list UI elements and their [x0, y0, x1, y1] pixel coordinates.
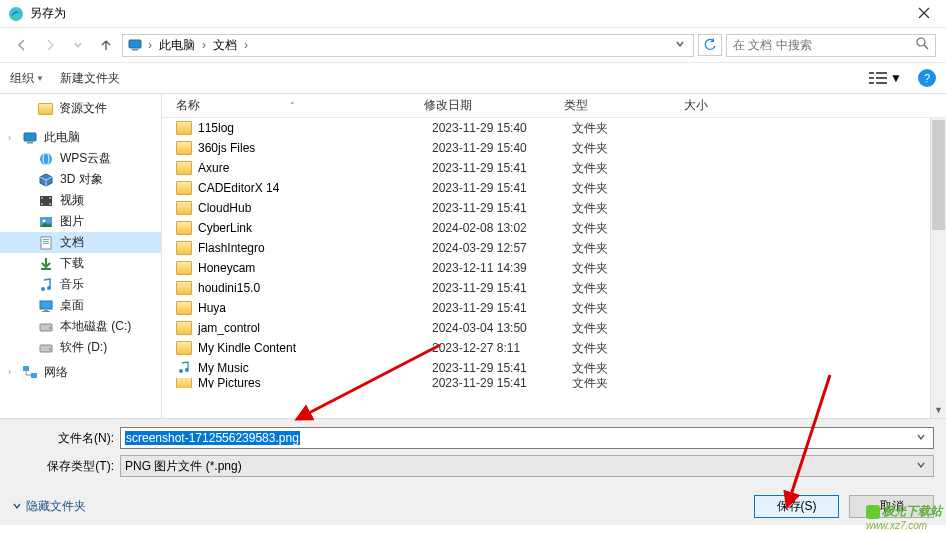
file-row[interactable]: My Pictures2023-11-29 15:41文件夹	[162, 378, 946, 388]
search-box[interactable]	[726, 34, 936, 57]
svg-rect-22	[43, 239, 49, 240]
vertical-scrollbar[interactable]: ▲ ▼	[930, 118, 946, 418]
refresh-button[interactable]	[698, 34, 722, 56]
file-name: My Kindle Content	[198, 341, 432, 355]
file-row[interactable]: FlashIntegro2024-03-29 12:57文件夹	[162, 238, 946, 258]
column-name[interactable]: 名称˄	[170, 97, 424, 114]
help-button[interactable]: ?	[918, 69, 936, 87]
column-headers[interactable]: 名称˄ 修改日期 类型 大小	[162, 94, 946, 118]
view-icon	[869, 71, 887, 85]
nav-item-label: 图片	[60, 213, 84, 230]
search-icon[interactable]	[916, 37, 929, 53]
nav-pane[interactable]: 资源文件›此电脑WPS云盘3D 对象视频图片文档下载音乐桌面本地磁盘 (C:)软…	[0, 94, 162, 418]
file-type: 文件夹	[572, 180, 692, 197]
file-row[interactable]: Honeycam2023-12-11 14:39文件夹	[162, 258, 946, 278]
path-dropdown-icon[interactable]	[671, 38, 689, 52]
toolbar: 组织 ▼ 新建文件夹 ▼ ?	[0, 62, 946, 94]
column-name-label: 名称	[176, 98, 200, 112]
svg-point-37	[179, 369, 183, 373]
nav-item-label: 3D 对象	[60, 171, 103, 188]
file-type: 文件夹	[572, 320, 692, 337]
new-folder-button[interactable]: 新建文件夹	[60, 70, 120, 87]
file-row[interactable]: My Kindle Content2023-12-27 8:11文件夹	[162, 338, 946, 358]
nav-item-folder[interactable]: 资源文件	[0, 98, 161, 119]
file-name: My Music	[198, 361, 432, 375]
breadcrumb-current[interactable]: 文档	[211, 37, 239, 54]
hide-folders-link[interactable]: 隐藏文件夹	[12, 498, 86, 515]
svg-rect-8	[869, 82, 874, 84]
file-date: 2023-11-29 15:41	[432, 378, 572, 388]
this-pc-icon	[127, 37, 143, 53]
scroll-down-icon[interactable]: ▼	[931, 402, 946, 418]
svg-rect-28	[40, 301, 52, 309]
svg-rect-2	[132, 49, 138, 51]
filetype-dropdown-icon[interactable]	[913, 459, 929, 473]
file-row[interactable]: houdini15.02023-11-29 15:41文件夹	[162, 278, 946, 298]
nav-item-download[interactable]: 下载	[0, 253, 161, 274]
file-name: jam_control	[198, 321, 432, 335]
nav-item-wps[interactable]: WPS云盘	[0, 148, 161, 169]
file-type: 文件夹	[572, 378, 692, 388]
path-box[interactable]: › 此电脑 › 文档 ›	[122, 34, 694, 57]
search-input[interactable]	[733, 38, 916, 52]
nav-item-label: 网络	[44, 366, 68, 378]
column-type[interactable]: 类型	[564, 97, 684, 114]
nav-forward-button[interactable]	[38, 33, 62, 57]
svg-rect-23	[43, 241, 49, 242]
edge-icon	[8, 6, 24, 22]
svg-point-26	[41, 287, 45, 291]
nav-item-doc[interactable]: 文档	[0, 232, 161, 253]
chevron-down-icon	[12, 501, 22, 511]
view-options-button[interactable]: ▼	[869, 71, 902, 85]
organize-menu[interactable]: 组织 ▼	[10, 70, 44, 87]
file-row[interactable]: jam_control2024-03-04 13:50文件夹	[162, 318, 946, 338]
file-type: 文件夹	[572, 240, 692, 257]
watermark-url: www.xz7.com	[866, 520, 942, 531]
file-type: 文件夹	[572, 260, 692, 277]
nav-item-label: 桌面	[60, 297, 84, 314]
close-button[interactable]	[902, 6, 946, 22]
nav-up-button[interactable]	[94, 33, 118, 57]
nav-item-desktop[interactable]: 桌面	[0, 295, 161, 316]
svg-point-34	[49, 348, 51, 350]
file-row[interactable]: 360js Files2023-11-29 15:40文件夹	[162, 138, 946, 158]
file-name: CADEditorX 14	[198, 181, 432, 195]
file-row[interactable]: CyberLink2024-02-08 13:02文件夹	[162, 218, 946, 238]
file-type: 文件夹	[572, 360, 692, 377]
breadcrumb-root[interactable]: 此电脑	[157, 37, 197, 54]
nav-recent-dropdown[interactable]	[66, 33, 90, 57]
filetype-field[interactable]: PNG 图片文件 (*.png)	[120, 455, 934, 477]
nav-back-button[interactable]	[10, 33, 34, 57]
nav-item-label: 软件 (D:)	[60, 339, 107, 356]
save-button[interactable]: 保存(S)	[754, 495, 839, 518]
file-row[interactable]: Huya2023-11-29 15:41文件夹	[162, 298, 946, 318]
filename-value[interactable]: screenshot-1712556239583.png	[125, 431, 300, 445]
folder-icon	[176, 221, 192, 235]
column-date[interactable]: 修改日期	[424, 97, 564, 114]
nav-item-net[interactable]: ›网络	[0, 366, 161, 378]
nav-item-label: 音乐	[60, 276, 84, 293]
chevron-down-icon: ▼	[890, 71, 902, 85]
file-date: 2023-11-29 15:41	[432, 301, 572, 315]
nav-item-obj3d[interactable]: 3D 对象	[0, 169, 161, 190]
file-list[interactable]: 115log2023-11-29 15:40文件夹360js Files2023…	[162, 118, 946, 418]
file-name: 360js Files	[198, 141, 432, 155]
column-size[interactable]: 大小	[684, 97, 764, 114]
nav-item-pic[interactable]: 图片	[0, 211, 161, 232]
svg-point-32	[49, 327, 51, 329]
file-row[interactable]: Axure2023-11-29 15:41文件夹	[162, 158, 946, 178]
nav-item-video[interactable]: 视频	[0, 190, 161, 211]
nav-item-disk[interactable]: 软件 (D:)	[0, 337, 161, 358]
filename-dropdown-icon[interactable]	[913, 431, 929, 445]
file-row[interactable]: My Music2023-11-29 15:41文件夹	[162, 358, 946, 378]
nav-item-music[interactable]: 音乐	[0, 274, 161, 295]
filename-field[interactable]: screenshot-1712556239583.png	[120, 427, 934, 449]
svg-rect-17	[49, 197, 51, 199]
file-row[interactable]: CloudHub2023-11-29 15:41文件夹	[162, 198, 946, 218]
file-row[interactable]: 115log2023-11-29 15:40文件夹	[162, 118, 946, 138]
nav-item-pc[interactable]: ›此电脑	[0, 127, 161, 148]
file-row[interactable]: CADEditorX 142023-11-29 15:41文件夹	[162, 178, 946, 198]
path-sep-icon: ›	[199, 38, 209, 52]
scrollbar-thumb[interactable]	[932, 120, 945, 230]
nav-item-disk[interactable]: 本地磁盘 (C:)	[0, 316, 161, 337]
